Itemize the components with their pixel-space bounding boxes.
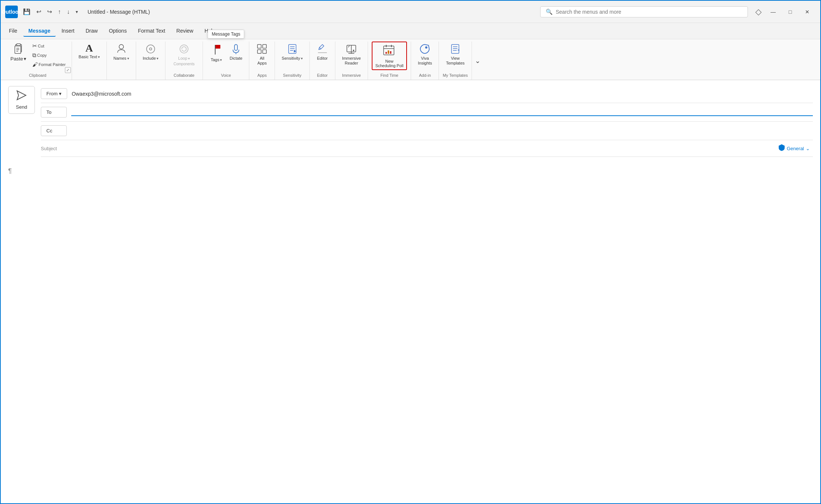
compose-body[interactable]: ¶ <box>1 161 820 503</box>
from-button[interactable]: From ▾ <box>41 88 67 99</box>
clipboard-expand[interactable]: ⤢ <box>65 67 71 73</box>
add-in-label: Add-in <box>415 73 435 78</box>
viva-insights-button[interactable]: VivaInsights <box>415 42 435 67</box>
ribbon-group-voice: Message Tags Tags ▾ <box>203 42 249 80</box>
menu-draw[interactable]: Draw <box>81 26 103 37</box>
cc-input[interactable] <box>71 128 813 134</box>
cc-row: Cc <box>41 122 813 140</box>
apps-content: AllApps <box>253 42 271 72</box>
loop-components-button: Loop ▾ Components <box>169 42 199 67</box>
scheduling-poll-icon <box>382 44 397 58</box>
copy-icon: ⧉ <box>32 52 36 59</box>
close-button[interactable]: ✕ <box>799 4 816 19</box>
search-bar[interactable]: 🔍 <box>540 6 748 17</box>
include-button[interactable]: Include ▾ <box>140 42 161 62</box>
customize-dropdown[interactable]: ▾ <box>73 8 80 16</box>
immersive-content: ImmersiveReader <box>339 42 364 72</box>
svg-rect-15 <box>263 45 266 48</box>
tags-button[interactable]: Tags ▾ <box>207 42 226 64</box>
clipboard-label: Clipboard <box>7 73 68 78</box>
names-content: Names ▾ <box>111 42 132 76</box>
names-group-label <box>111 78 132 78</box>
format-painter-button[interactable]: 🖌 Format Painter <box>30 60 68 69</box>
svg-rect-37 <box>390 51 391 54</box>
names-button[interactable]: Names ▾ <box>111 42 132 62</box>
to-row: To <box>41 103 813 122</box>
basic-text-button[interactable]: A Basic Text ▾ <box>76 42 103 61</box>
tags-label: Tags <box>211 57 219 62</box>
general-badge[interactable]: General ⌄ <box>778 144 810 153</box>
menu-options[interactable]: Options <box>104 26 132 37</box>
tags-tooltip: Message Tags <box>208 30 244 39</box>
voice-label: Voice <box>207 73 245 78</box>
dictate-icon <box>230 43 242 55</box>
app-logo: Outlook <box>5 6 18 18</box>
compose-fields: From ▾ Owaexp3@microsoft.com To Cc <box>41 85 813 157</box>
svg-point-7 <box>147 45 155 53</box>
menu-message[interactable]: Message <box>23 26 56 37</box>
copy-button[interactable]: ⧉ Copy <box>30 51 68 60</box>
redo-button[interactable]: ↪ <box>45 7 54 17</box>
svg-rect-36 <box>388 50 389 54</box>
to-input[interactable] <box>71 109 813 116</box>
undo-button[interactable]: ↩ <box>34 7 43 17</box>
new-scheduling-poll-button[interactable]: NewScheduling Poll <box>372 42 407 70</box>
include-label: Include <box>143 56 156 61</box>
viva-insights-label: VivaInsights <box>418 56 432 66</box>
menu-format-text[interactable]: Format Text <box>133 26 171 37</box>
cc-button[interactable]: Cc <box>41 125 67 136</box>
cut-button[interactable]: ✂ Cut <box>30 42 68 50</box>
ribbon-more-button[interactable]: ⌄ <box>473 55 482 66</box>
sensitivity-label: Sensitivity <box>282 56 300 61</box>
add-in-content: VivaInsights <box>415 42 435 72</box>
save-button[interactable]: 💾 <box>21 7 33 17</box>
down-button[interactable]: ↓ <box>65 7 72 17</box>
up-button[interactable]: ↑ <box>56 7 63 17</box>
basic-text-icon: A <box>85 43 93 53</box>
window-controls: — □ ✕ <box>765 4 816 19</box>
minimize-button[interactable]: — <box>765 4 782 19</box>
ribbon-group-include: Include ▾ <box>136 42 165 80</box>
subject-input[interactable] <box>71 145 774 151</box>
menu-review[interactable]: Review <box>171 26 198 37</box>
svg-point-38 <box>425 46 427 49</box>
svg-rect-10 <box>215 45 220 49</box>
sensitivity-button[interactable]: Sensitivity ▾ <box>279 42 306 62</box>
send-icon <box>16 90 27 103</box>
dictate-button[interactable]: Dictate <box>227 42 245 62</box>
diamond-icon-area: ◇ <box>755 7 762 17</box>
maximize-button[interactable]: □ <box>782 4 799 19</box>
menu-insert[interactable]: Insert <box>56 26 80 37</box>
ribbon-group-add-in: VivaInsights Add-in <box>411 42 439 80</box>
compose-header: Send From ▾ Owaexp3@microsoft.com To <box>1 80 820 161</box>
send-label: Send <box>16 104 27 110</box>
collaborate-label: Collaborate <box>169 73 199 78</box>
copy-label: Copy <box>37 53 47 57</box>
include-arrow: ▾ <box>157 56 158 60</box>
view-templates-icon <box>449 43 461 55</box>
find-time-content: NewScheduling Poll <box>372 42 407 72</box>
ribbon-group-names: Names ▾ <box>107 42 136 80</box>
basic-text-group-label <box>76 78 103 78</box>
sensitivity-arrow: ▾ <box>301 56 303 60</box>
view-templates-button[interactable]: ViewTemplates <box>443 42 467 67</box>
tags-arrow: ▾ <box>220 58 222 62</box>
to-button[interactable]: To <box>41 107 67 118</box>
menu-file[interactable]: File <box>4 26 23 37</box>
names-label: Names <box>114 56 127 61</box>
my-templates-content: ViewTemplates <box>443 42 467 72</box>
svg-rect-12 <box>234 45 237 50</box>
ribbon-group-collaborate: Loop ▾ Components Collaborate <box>165 42 203 80</box>
send-button[interactable]: Send <box>8 86 35 114</box>
basic-text-content: A Basic Text ▾ <box>76 42 103 76</box>
loop-sublabel: Components <box>174 62 195 66</box>
editor-button[interactable]: Editor <box>313 42 331 62</box>
search-input[interactable] <box>556 9 742 15</box>
immersive-reader-button[interactable]: ImmersiveReader <box>339 42 364 67</box>
immersive-reader-label: ImmersiveReader <box>342 56 361 66</box>
sensitivity-icon <box>286 43 298 55</box>
ribbon: Paste ▾ ✂ Cut ⧉ Copy <box>1 39 820 80</box>
paste-button[interactable]: Paste ▾ <box>7 42 29 63</box>
all-apps-button[interactable]: AllApps <box>253 42 271 67</box>
diamond-icon: ◇ <box>755 7 762 17</box>
